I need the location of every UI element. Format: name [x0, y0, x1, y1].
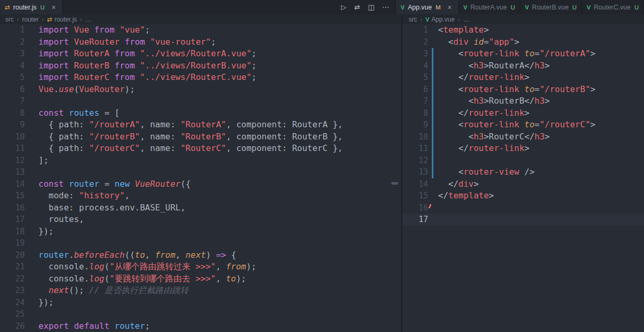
line-number: 15	[0, 190, 38, 202]
code-token: import	[38, 25, 69, 35]
split-editor-icon[interactable]: ◫	[368, 3, 374, 11]
code-text: </router-link>	[438, 107, 644, 119]
code-token	[519, 84, 524, 94]
tab-routerb-vue[interactable]: VRouterB.vueU	[520, 0, 582, 14]
code-text: </template>	[438, 190, 644, 202]
code-token: />	[519, 167, 534, 177]
code-token: from	[226, 261, 246, 271]
editor-app-vue[interactable]: 1<template>2 <div id="app">3 <router-lin…	[402, 24, 644, 332]
code-token: { path:	[38, 132, 89, 142]
code-token: >	[544, 132, 550, 142]
code-token: )	[206, 250, 216, 260]
code-token: =	[484, 37, 489, 47]
line-number: 11	[0, 143, 38, 155]
code-token: <	[438, 132, 473, 142]
line-number: 14	[402, 178, 438, 190]
code-line: 3 <router-link to="/routerA">	[402, 48, 644, 60]
tab-app-vue[interactable]: VApp.vueM×	[396, 0, 459, 14]
open-changes-icon[interactable]: ⇄	[354, 3, 360, 11]
code-token: "要跳转到哪个路由去 >>>"	[110, 274, 216, 284]
code-token: , component: RouterC },	[226, 143, 343, 153]
code-token: router-view	[463, 167, 519, 177]
breadcrumb-item[interactable]: VApp.vue	[425, 16, 454, 23]
line-number: 5	[402, 72, 438, 84]
run-icon[interactable]: ▷	[341, 3, 346, 11]
code-text: <div id="app">	[438, 36, 644, 48]
code-token: console.	[38, 274, 89, 284]
code-line: 22 console.log("要跳转到哪个路由去 >>>", to);	[0, 273, 401, 285]
more-actions-icon[interactable]: ⋯	[382, 3, 389, 11]
breadcrumb-item[interactable]: ⇄router.js	[47, 16, 77, 23]
breadcrumb-item[interactable]: src	[5, 16, 14, 23]
code-text: import RouterB from "../views/RouterB.vu…	[38, 60, 401, 72]
code-token	[69, 321, 74, 331]
tabs-left-container: ⇄router.jsU×	[0, 0, 63, 14]
breadcrumbs-row: src›router›⇄router.js›… src›VApp.vue›…	[0, 14, 644, 24]
code-line: 26export default router;	[0, 320, 401, 332]
code-token: log	[89, 261, 104, 271]
code-token: <	[438, 167, 463, 177]
breadcrumb-separator: ›	[420, 16, 422, 23]
code-token: });	[38, 226, 54, 236]
code-token: >	[590, 84, 596, 94]
code-token: Vue	[38, 84, 54, 94]
code-token: <	[438, 25, 443, 35]
code-token: routes	[69, 108, 100, 118]
editor-tab-bar: ⇄router.jsU× ▷⇄◫⋯ VApp.vueM×VRouterA.vue…	[0, 0, 644, 14]
code-token: next	[48, 285, 69, 295]
line-number: 22	[0, 273, 38, 285]
code-line: 11 </router-link>	[402, 143, 644, 155]
code-token: , component: RouterB },	[226, 132, 343, 142]
breadcrumb-label: …	[85, 16, 92, 23]
code-token: >	[524, 72, 530, 82]
code-token	[69, 61, 74, 71]
code-token	[115, 25, 120, 35]
line-number: 12	[0, 155, 38, 167]
code-token: router-link	[463, 84, 519, 94]
line-number: 13	[0, 166, 38, 178]
code-token	[64, 108, 69, 118]
code-token: { path:	[38, 143, 89, 153]
code-token: </	[438, 108, 469, 118]
code-line: 17 routes,	[0, 214, 401, 226]
line-number: 6	[0, 84, 38, 96]
code-token: "history"	[79, 190, 125, 200]
tab-router-js[interactable]: ⇄router.jsU×	[0, 0, 63, 14]
breadcrumb-label: router	[22, 16, 38, 23]
line-number: 4	[402, 60, 438, 72]
breadcrumb-item[interactable]: …	[463, 16, 469, 23]
close-icon[interactable]: ×	[446, 3, 453, 12]
code-line: 8 </router-link>	[402, 107, 644, 119]
line-number: 23	[0, 285, 38, 297]
editor-router-js[interactable]: 1import Vue from "vue";2import VueRouter…	[0, 24, 402, 332]
line-number: 19	[0, 237, 38, 249]
code-token: ,	[145, 250, 155, 260]
code-token: "../views/RouterA.vue"	[140, 48, 252, 58]
tab-routera-vue[interactable]: VRouterA.vueU	[459, 0, 520, 14]
code-token: <	[438, 61, 473, 71]
code-text: console.log("从哪个路由跳转过来 >>>", from);	[38, 261, 401, 273]
code-token: ;	[145, 25, 150, 35]
code-token: ();	[69, 285, 90, 295]
code-token: (	[104, 261, 110, 271]
code-line: 14 </div>	[402, 178, 644, 190]
code-token	[145, 37, 150, 47]
code-token: <	[438, 48, 463, 58]
code-token: import	[38, 37, 69, 47]
tab-routerc-vue[interactable]: VRouterC.vueU	[582, 0, 644, 14]
code-token	[135, 48, 140, 58]
line-number: 1	[0, 24, 38, 36]
code-token: >	[590, 119, 596, 129]
code-token	[130, 179, 135, 189]
code-token: VueRouter	[79, 84, 125, 94]
close-icon[interactable]: ×	[50, 3, 57, 12]
vue-icon: V	[587, 4, 590, 11]
code-token: ;	[252, 72, 257, 82]
code-line: 13	[0, 166, 401, 178]
code-token: from	[94, 25, 115, 35]
breadcrumb-item[interactable]: src	[409, 16, 417, 23]
breadcrumb-item[interactable]: router	[22, 16, 38, 23]
line-number: 10	[402, 131, 438, 143]
breadcrumb-item[interactable]: …	[85, 16, 92, 23]
code-token: router-link	[469, 108, 524, 118]
